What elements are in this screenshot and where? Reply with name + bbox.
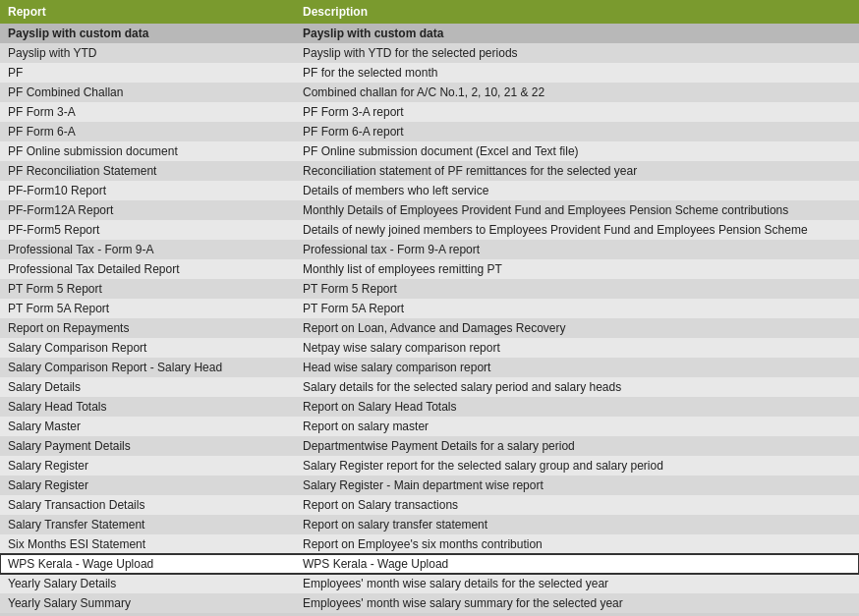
header-description: Description [295,0,859,24]
report-name-cell: Salary Comparison Report [0,338,295,358]
report-name-cell: Yearly Salary Details [0,574,295,593]
report-name-cell: Salary Details [0,377,295,397]
report-description-cell: Report on Loan, Advance and Damages Reco… [295,318,859,338]
table-row[interactable]: Payslip with custom dataPayslip with cus… [0,24,859,43]
report-description-cell: Details of members who left service [295,181,859,200]
report-description-cell: Head wise salary comparison report [295,358,859,377]
report-name-cell: Salary Master [0,417,295,436]
report-description-cell: Report on salary transfer statement [295,515,859,534]
report-description-cell: Payslip with YTD for the selected period… [295,43,859,63]
report-description-cell: Reconciliation statement of PF remittanc… [295,161,859,181]
table-row[interactable]: Salary DetailsSalary details for the sel… [0,377,859,397]
table-row[interactable]: PF Reconciliation StatementReconciliatio… [0,161,859,181]
report-description-cell: PT Form 5A Report [295,299,859,318]
table-row[interactable]: Report on RepaymentsReport on Loan, Adva… [0,318,859,338]
report-name-cell: WPS Kerala - Wage Upload [0,554,295,574]
report-description-cell: PF Form 3-A report [295,102,859,122]
table-row[interactable]: PF Online submission documentPF Online s… [0,141,859,161]
report-name-cell: Professional Tax Detailed Report [0,259,295,279]
table-row[interactable]: Salary Head TotalsReport on Salary Head … [0,397,859,417]
table-row[interactable]: Salary Payment DetailsDepartmentwise Pay… [0,436,859,456]
report-description-cell: Professional tax - Form 9-A report [295,240,859,259]
table-row[interactable]: PFPF for the selected month [0,63,859,83]
report-description-cell: Report on Salary transactions [295,495,859,515]
report-description-cell: PT Form 5 Report [295,279,859,299]
table-row[interactable]: Salary Comparison Report - Salary HeadHe… [0,358,859,377]
report-name-cell: PT Form 5 Report [0,279,295,299]
table-row[interactable]: PF-Form10 ReportDetails of members who l… [0,181,859,200]
table-row[interactable]: Salary RegisterSalary Register - Main de… [0,476,859,495]
report-name-cell: PT Form 5A Report [0,299,295,318]
table-row[interactable]: PT Form 5 ReportPT Form 5 Report [0,279,859,299]
report-name-cell: Payslip with YTD [0,43,295,63]
report-description-cell: Salary Register - Main department wise r… [295,476,859,495]
table-row[interactable]: Professional Tax - Form 9-AProfessional … [0,240,859,259]
table-row[interactable]: PF Combined ChallanCombined challan for … [0,83,859,102]
report-name-cell: PF Combined Challan [0,83,295,102]
table-row[interactable]: WPS Kerala - Wage UploadWPS Kerala - Wag… [0,554,859,574]
report-description-cell: Employees' month wise salary summary for… [295,593,859,613]
table-row[interactable]: PF Form 6-APF Form 6-A report [0,122,859,141]
report-name-cell: PF Form 6-A [0,122,295,141]
report-description-cell: Salary Register report for the selected … [295,456,859,476]
report-name-cell: Salary Register [0,476,295,495]
report-description-cell: Combined challan for A/C No.1, 2, 10, 21… [295,83,859,102]
report-name-cell: Salary Head Totals [0,397,295,417]
report-description-cell: PF Form 6-A report [295,122,859,141]
table-row[interactable]: PT Form 5A ReportPT Form 5A Report [0,299,859,318]
report-name-cell: PF [0,63,295,83]
table-row[interactable]: Yearly Salary DetailsEmployees' month wi… [0,574,859,593]
report-description-cell: Report on salary master [295,417,859,436]
table-row[interactable]: Salary Transaction DetailsReport on Sala… [0,495,859,515]
report-table: Report Description Payslip with custom d… [0,0,859,613]
report-description-cell: Report on Salary Head Totals [295,397,859,417]
report-name-cell: Yearly Salary Summary [0,593,295,613]
report-name-cell: Report on Repayments [0,318,295,338]
report-description-cell: Details of newly joined members to Emplo… [295,220,859,240]
report-name-cell: Salary Payment Details [0,436,295,456]
report-name-cell: Professional Tax - Form 9-A [0,240,295,259]
report-name-cell: PF-Form10 Report [0,181,295,200]
table-row[interactable]: Salary MasterReport on salary master [0,417,859,436]
table-row[interactable]: PF Form 3-APF Form 3-A report [0,102,859,122]
report-name-cell: PF Online submission document [0,141,295,161]
report-name-cell: Salary Comparison Report - Salary Head [0,358,295,377]
table-row[interactable]: Salary Transfer StatementReport on salar… [0,515,859,534]
report-description-cell: PF for the selected month [295,63,859,83]
report-description-cell: Payslip with custom data [295,24,859,43]
report-name-cell: PF-Form12A Report [0,200,295,220]
table-row[interactable]: Salary RegisterSalary Register report fo… [0,456,859,476]
report-name-cell: PF-Form5 Report [0,220,295,240]
report-name-cell: Salary Transfer Statement [0,515,295,534]
report-name-cell: Six Months ESI Statement [0,534,295,554]
report-description-cell: Monthly Details of Employees Provident F… [295,200,859,220]
header-report: Report [0,0,295,24]
table-row[interactable]: Salary Comparison ReportNetpay wise sala… [0,338,859,358]
report-name-cell: Salary Register [0,456,295,476]
report-name-cell: PF Form 3-A [0,102,295,122]
report-description-cell: Monthly list of employees remitting PT [295,259,859,279]
report-description-cell: Salary details for the selected salary p… [295,377,859,397]
report-description-cell: Report on Employee's six months contribu… [295,534,859,554]
report-table-container: Report Description Payslip with custom d… [0,0,859,613]
table-row[interactable]: Payslip with YTDPayslip with YTD for the… [0,43,859,63]
table-row[interactable]: Six Months ESI StatementReport on Employ… [0,534,859,554]
table-header-row: Report Description [0,0,859,24]
report-name-cell: Payslip with custom data [0,24,295,43]
table-row[interactable]: Professional Tax Detailed ReportMonthly … [0,259,859,279]
report-description-cell: Employees' month wise salary details for… [295,574,859,593]
table-row[interactable]: PF-Form12A ReportMonthly Details of Empl… [0,200,859,220]
report-description-cell: Netpay wise salary comparison report [295,338,859,358]
table-row[interactable]: PF-Form5 ReportDetails of newly joined m… [0,220,859,240]
table-row[interactable]: Yearly Salary SummaryEmployees' month wi… [0,593,859,613]
report-name-cell: PF Reconciliation Statement [0,161,295,181]
report-name-cell: Salary Transaction Details [0,495,295,515]
report-description-cell: Departmentwise Payment Details for a sal… [295,436,859,456]
report-description-cell: PF Online submission document (Excel and… [295,141,859,161]
report-description-cell: WPS Kerala - Wage Upload [295,554,859,574]
